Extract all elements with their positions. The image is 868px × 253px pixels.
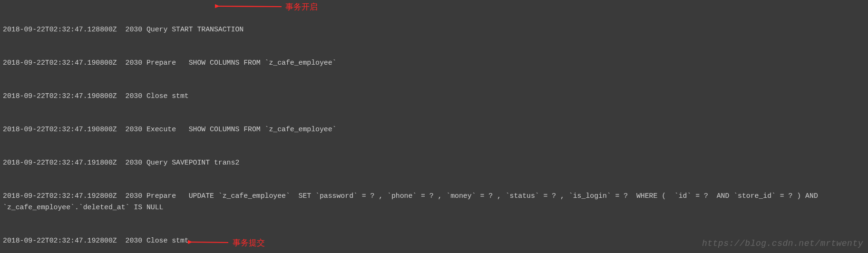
- log-line: 2018-09-22T02:32:47.190800Z 2030 Execute…: [3, 124, 865, 135]
- log-line: 2018-09-22T02:32:47.128800Z 2030 Query S…: [3, 24, 865, 35]
- log-line: 2018-09-22T02:32:47.191800Z 2030 Query S…: [3, 157, 865, 168]
- log-line: 2018-09-22T02:32:47.190800Z 2030 Close s…: [3, 91, 865, 102]
- log-line: 2018-09-22T02:32:47.192800Z 2030 Prepare…: [3, 191, 865, 213]
- watermark: https://blog.csdn.net/mrtwenty: [702, 237, 863, 250]
- log-output: 2018-09-22T02:32:47.128800Z 2030 Query S…: [0, 0, 868, 253]
- log-line: 2018-09-22T02:32:47.190800Z 2030 Prepare…: [3, 58, 865, 68]
